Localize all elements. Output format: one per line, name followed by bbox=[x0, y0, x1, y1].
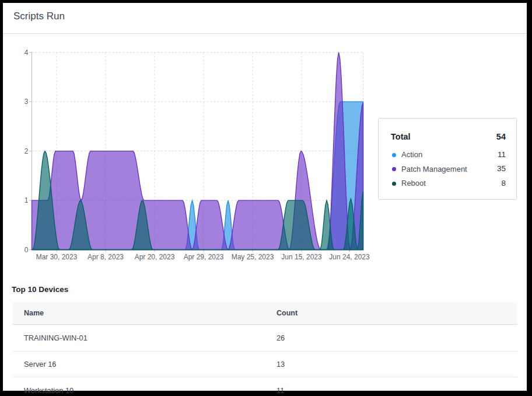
svg-text:May 25, 2023: May 25, 2023 bbox=[232, 253, 274, 261]
svg-text:Mar 30, 2023: Mar 30, 2023 bbox=[36, 253, 78, 261]
svg-text:Apr 29, 2023: Apr 29, 2023 bbox=[184, 253, 224, 261]
svg-text:Jun 24, 2023: Jun 24, 2023 bbox=[329, 253, 370, 261]
svg-text:Apr 8, 2023: Apr 8, 2023 bbox=[88, 253, 124, 261]
svg-text:1: 1 bbox=[24, 196, 29, 204]
svg-text:Jun 15, 2023: Jun 15, 2023 bbox=[281, 253, 322, 261]
svg-text:4: 4 bbox=[24, 48, 29, 57]
svg-text:Apr 20, 2023: Apr 20, 2023 bbox=[135, 253, 175, 261]
svg-text:3: 3 bbox=[24, 98, 29, 106]
svg-text:2: 2 bbox=[24, 147, 29, 155]
svg-text:0: 0 bbox=[24, 246, 29, 254]
